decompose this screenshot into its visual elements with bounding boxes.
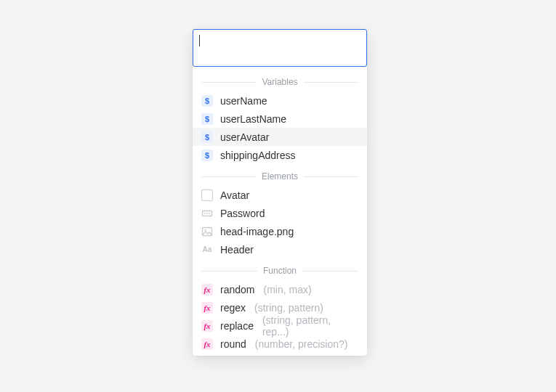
fx-icon: fx [201, 320, 213, 332]
dollar-icon: $ [201, 113, 213, 125]
section-elements: Elements Avatar Password head-image.png … [193, 167, 367, 261]
function-args: (string, pattern, rep...) [262, 314, 358, 338]
variable-label: shippingAddress [220, 150, 296, 161]
image-icon [201, 226, 213, 237]
text-icon: Aa [201, 244, 213, 256]
divider [201, 82, 256, 83]
function-name: regex [220, 302, 246, 314]
svg-point-3 [209, 213, 210, 214]
function-args: (string, pattern) [254, 302, 323, 314]
variable-label: userLastName [220, 113, 286, 125]
element-item-avatar[interactable]: Avatar [193, 186, 367, 204]
variable-item-username[interactable]: $ userName [193, 91, 367, 110]
text-caret [199, 35, 200, 46]
svg-point-2 [206, 213, 208, 214]
variable-label: userAvatar [220, 131, 269, 143]
fx-icon: fx [201, 302, 213, 314]
fx-icon: fx [201, 338, 213, 350]
divider [304, 82, 358, 83]
autocomplete-panel: Variables $ userName $ userLastName $ us… [193, 29, 367, 356]
variable-item-userlastname[interactable]: $ userLastName [193, 110, 367, 128]
svg-rect-4 [203, 227, 212, 235]
element-label: head-image.png [220, 226, 294, 237]
divider [304, 176, 358, 177]
divider [201, 176, 256, 177]
fx-icon: fx [201, 284, 213, 295]
section-title: Function [263, 266, 297, 276]
variable-label: userName [220, 95, 267, 107]
element-label: Password [220, 208, 265, 219]
svg-point-5 [204, 229, 206, 230]
element-item-header[interactable]: Aa Header [193, 240, 367, 258]
square-icon [201, 189, 213, 201]
svg-point-1 [204, 213, 206, 214]
dollar-icon: $ [201, 150, 213, 161]
section-title: Variables [262, 77, 297, 87]
function-name: random [220, 284, 254, 295]
section-header-elements: Elements [193, 167, 367, 186]
function-args: (min, max) [263, 284, 311, 295]
dollar-icon: $ [201, 95, 213, 107]
dollar-icon: $ [201, 131, 213, 143]
function-name: replace [220, 320, 254, 332]
expression-input[interactable] [193, 29, 367, 67]
divider [302, 271, 358, 271]
section-header-functions: Function [193, 261, 367, 280]
function-item-replace[interactable]: fx replace (string, pattern, rep...) [193, 317, 367, 335]
section-variables: Variables $ userName $ userLastName $ us… [193, 73, 367, 167]
function-args: (number, precision?) [255, 338, 348, 350]
variable-item-useravatar[interactable]: $ userAvatar [193, 128, 367, 146]
element-item-headimage[interactable]: head-image.png [193, 222, 367, 240]
section-title: Elements [262, 171, 298, 181]
element-label: Header [220, 244, 254, 256]
function-item-random[interactable]: fx random (min, max) [193, 280, 367, 298]
element-label: Avatar [220, 189, 249, 201]
function-item-round[interactable]: fx round (number, precision?) [193, 335, 367, 353]
element-item-password[interactable]: Password [193, 204, 367, 222]
section-header-variables: Variables [193, 73, 367, 91]
password-icon [201, 208, 213, 219]
divider [201, 271, 257, 271]
section-functions: Function fx random (min, max) fx regex (… [193, 261, 367, 356]
function-name: round [220, 338, 246, 350]
variable-item-shippingaddress[interactable]: $ shippingAddress [193, 146, 367, 164]
